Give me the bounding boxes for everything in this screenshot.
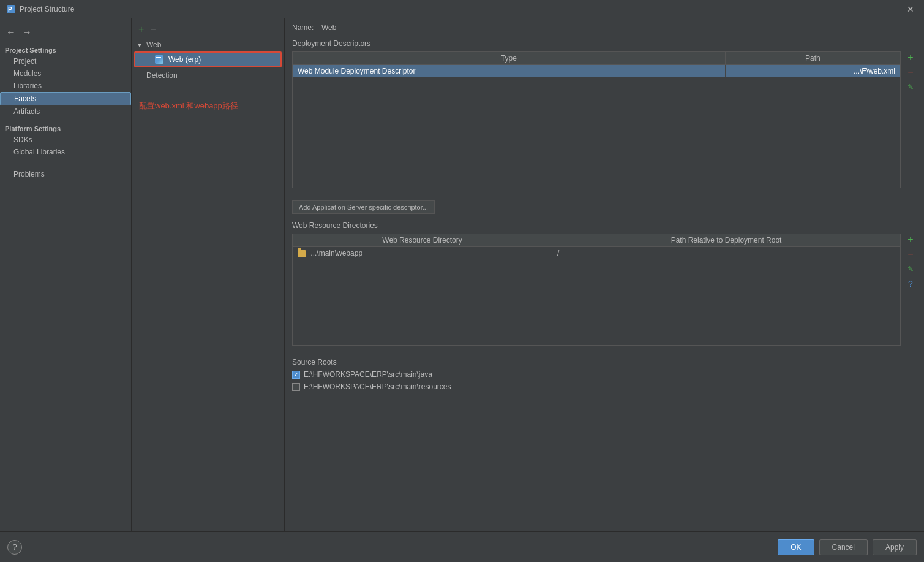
source-root-row-0: E:\HFWORKSPACE\ERP\src\main\java (292, 370, 917, 379)
project-settings-header: Project Settings (0, 44, 131, 55)
annotation-text: 配置web.xml 和webapp路径 (132, 96, 284, 116)
sidebar-item-artifacts[interactable]: Artifacts (0, 105, 131, 118)
source-root-checkbox-0[interactable] (292, 371, 300, 379)
tree-group: ▼ Web Web (erp) Detection (132, 38, 284, 83)
titlebar: P Project Structure ✕ (0, 0, 924, 18)
tree-web-erp-item[interactable]: Web (erp) (134, 51, 282, 67)
sidebar-item-global-libraries[interactable]: Global Libraries (0, 146, 131, 158)
svg-text:P: P (8, 6, 12, 13)
help-button[interactable]: ? (7, 540, 22, 555)
web-resource-title: Web Resource Directories (292, 221, 917, 230)
sidebar-item-modules[interactable]: Modules (0, 67, 131, 80)
dd-add-button[interactable]: + (904, 51, 917, 64)
dd-edit-button[interactable]: ✎ (904, 81, 917, 93)
bottom-left: ? (7, 540, 22, 555)
web-erp-label: Web (erp) (168, 55, 201, 64)
deployment-descriptors-table-wrap: Type Path Web Module Deployment Descript… (292, 51, 901, 194)
tree-arrow-down: ▼ (137, 42, 143, 48)
wr-side-buttons: + − ✎ ? (901, 234, 917, 290)
name-row: Name: Web (292, 23, 917, 32)
middle-panel: + − ▼ Web Web (erp) Detection 配置web.xml … (132, 18, 285, 531)
table-row[interactable]: Web Module Deployment Descriptor ...\F\w… (293, 65, 900, 78)
window-title: Project Structure (20, 5, 74, 13)
apply-button[interactable]: Apply (873, 539, 917, 555)
folder-icon (298, 250, 306, 257)
remove-facet-button[interactable]: − (148, 23, 157, 36)
deployment-descriptors-title: Deployment Descriptors (292, 39, 917, 48)
middle-toolbar: + − (132, 21, 284, 38)
sidebar-item-project[interactable]: Project (0, 55, 131, 67)
sidebar-item-sdks[interactable]: SDKs (0, 134, 131, 146)
table-row[interactable]: ...\main\webapp / (293, 247, 900, 260)
wr-row-dir: ...\main\webapp (293, 247, 552, 260)
add-descriptor-button[interactable]: Add Application Server specific descript… (292, 200, 435, 214)
deployment-descriptors-table: Type Path Web Module Deployment Descript… (293, 52, 900, 77)
dd-col-type: Type (293, 52, 725, 65)
dd-side-buttons: + − ✎ (901, 51, 917, 93)
sidebar-item-problems[interactable]: Problems (0, 168, 131, 180)
web-resource-table-container: Web Resource Directory Path Relative to … (292, 234, 901, 346)
platform-settings-header: Platform Settings (0, 123, 131, 134)
sidebar-item-libraries[interactable]: Libraries (0, 80, 131, 92)
dd-row-type: Web Module Deployment Descriptor (293, 65, 725, 78)
source-roots-title: Source Roots (292, 358, 917, 366)
nav-back-button[interactable]: ← (5, 26, 17, 39)
name-value: Web (321, 23, 917, 32)
web-icon (155, 55, 163, 64)
bottom-bar: ? OK Cancel Apply (0, 531, 924, 562)
right-panel: Name: Web Deployment Descriptors Type Pa… (285, 18, 924, 531)
tree-web-group[interactable]: ▼ Web (132, 39, 284, 50)
bottom-right: OK Cancel Apply (778, 539, 917, 555)
detection-label: Detection (132, 69, 284, 82)
source-root-path-1: E:\HFWORKSPACE\ERP\src\main\resources (304, 382, 451, 391)
wr-remove-button[interactable]: − (904, 248, 917, 260)
ok-button[interactable]: OK (778, 539, 814, 555)
source-root-row-1: E:\HFWORKSPACE\ERP\src\main\resources (292, 382, 917, 391)
deployment-descriptors-table-container: Type Path Web Module Deployment Descript… (292, 51, 901, 188)
app-icon: P (6, 4, 16, 14)
close-button[interactable]: ✕ (903, 3, 918, 15)
wr-add-button[interactable]: + (904, 234, 917, 246)
web-resource-table-wrap: Web Resource Directory Path Relative to … (292, 234, 901, 352)
wr-edit-button[interactable]: ✎ (904, 263, 917, 275)
cancel-button[interactable]: Cancel (819, 539, 868, 555)
nav-buttons: ← → (0, 23, 131, 42)
sidebar: ← → Project Settings Project Modules Lib… (0, 18, 132, 531)
dd-remove-button[interactable]: − (904, 66, 917, 78)
wr-col-dir: Web Resource Directory (293, 234, 552, 247)
name-label: Name: (292, 23, 317, 32)
nav-forward-button[interactable]: → (21, 26, 33, 39)
source-root-checkbox-1[interactable] (292, 383, 300, 391)
dd-row-path: ...\F\web.xml (725, 65, 900, 78)
wr-col-path: Path Relative to Deployment Root (552, 234, 900, 247)
source-roots-section: Source Roots E:\HFWORKSPACE\ERP\src\main… (292, 358, 917, 391)
dd-col-path: Path (725, 52, 900, 65)
add-facet-button[interactable]: + (137, 23, 146, 36)
sidebar-item-facets[interactable]: Facets (0, 92, 131, 105)
wr-help-button[interactable]: ? (904, 278, 917, 290)
web-resource-table: Web Resource Directory Path Relative to … (293, 234, 900, 259)
wr-row-path: / (552, 247, 900, 260)
source-root-path-0: E:\HFWORKSPACE\ERP\src\main\java (304, 370, 432, 379)
